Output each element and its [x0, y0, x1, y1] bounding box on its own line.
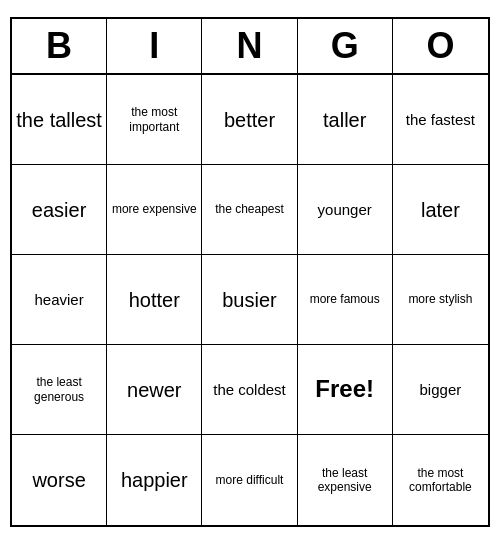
- bingo-header: BINGO: [12, 19, 488, 75]
- bingo-cell[interactable]: the most comfortable: [393, 435, 488, 525]
- bingo-cell[interactable]: easier: [12, 165, 107, 255]
- bingo-cell[interactable]: the least expensive: [298, 435, 393, 525]
- bingo-cell[interactable]: bigger: [393, 345, 488, 435]
- cell-text: happier: [121, 468, 188, 492]
- cell-text: better: [224, 108, 275, 132]
- cell-text: Free!: [315, 375, 374, 404]
- header-letter: O: [393, 19, 488, 73]
- bingo-cell[interactable]: the coldest: [202, 345, 297, 435]
- cell-text: the least expensive: [302, 466, 388, 495]
- cell-text: the cheapest: [215, 202, 284, 216]
- cell-text: later: [421, 198, 460, 222]
- bingo-cell[interactable]: hotter: [107, 255, 202, 345]
- cell-text: busier: [222, 288, 276, 312]
- bingo-cell[interactable]: the fastest: [393, 75, 488, 165]
- cell-text: hotter: [129, 288, 180, 312]
- bingo-cell[interactable]: more expensive: [107, 165, 202, 255]
- cell-text: taller: [323, 108, 366, 132]
- bingo-cell[interactable]: worse: [12, 435, 107, 525]
- bingo-cell[interactable]: more famous: [298, 255, 393, 345]
- bingo-cell[interactable]: younger: [298, 165, 393, 255]
- cell-text: the tallest: [16, 108, 102, 132]
- bingo-cell[interactable]: happier: [107, 435, 202, 525]
- cell-text: worse: [32, 468, 85, 492]
- header-letter: G: [298, 19, 393, 73]
- cell-text: the coldest: [213, 381, 286, 399]
- bingo-cell[interactable]: the most important: [107, 75, 202, 165]
- bingo-cell[interactable]: busier: [202, 255, 297, 345]
- cell-text: more famous: [310, 292, 380, 306]
- bingo-cell[interactable]: the tallest: [12, 75, 107, 165]
- bingo-card: BINGO the tallestthe most importantbette…: [10, 17, 490, 527]
- bingo-cell[interactable]: heavier: [12, 255, 107, 345]
- bingo-grid: the tallestthe most importantbettertalle…: [12, 75, 488, 525]
- cell-text: more stylish: [408, 292, 472, 306]
- cell-text: the fastest: [406, 111, 475, 129]
- cell-text: younger: [318, 201, 372, 219]
- cell-text: the least generous: [16, 375, 102, 404]
- cell-text: the most comfortable: [397, 466, 484, 495]
- bingo-cell[interactable]: more stylish: [393, 255, 488, 345]
- cell-text: more expensive: [112, 202, 197, 216]
- header-letter: N: [202, 19, 297, 73]
- cell-text: newer: [127, 378, 181, 402]
- cell-text: heavier: [34, 291, 83, 309]
- cell-text: the most important: [111, 105, 197, 134]
- bingo-cell[interactable]: more difficult: [202, 435, 297, 525]
- bingo-cell[interactable]: the cheapest: [202, 165, 297, 255]
- bingo-cell[interactable]: newer: [107, 345, 202, 435]
- cell-text: easier: [32, 198, 86, 222]
- bingo-cell[interactable]: the least generous: [12, 345, 107, 435]
- bingo-cell[interactable]: later: [393, 165, 488, 255]
- bingo-cell[interactable]: taller: [298, 75, 393, 165]
- cell-text: bigger: [420, 381, 462, 399]
- header-letter: B: [12, 19, 107, 73]
- cell-text: more difficult: [216, 473, 284, 487]
- bingo-cell[interactable]: Free!: [298, 345, 393, 435]
- bingo-cell[interactable]: better: [202, 75, 297, 165]
- header-letter: I: [107, 19, 202, 73]
